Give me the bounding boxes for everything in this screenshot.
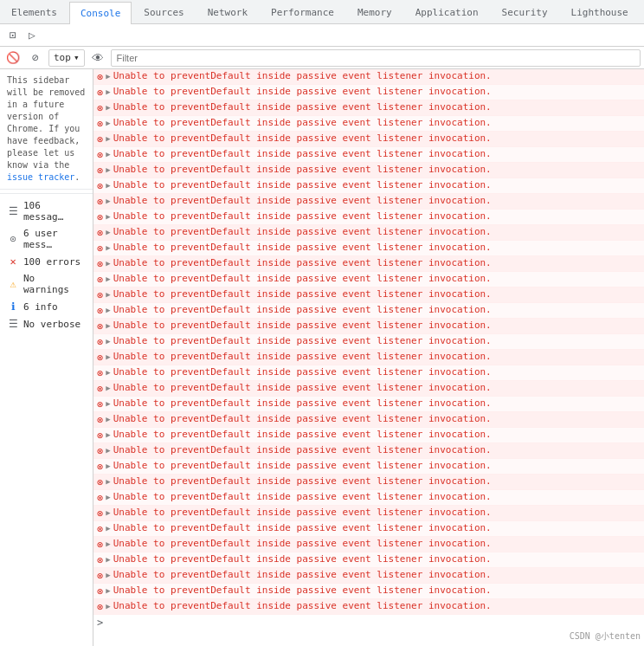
expand-arrow-icon[interactable]: ▶ xyxy=(106,134,110,143)
sidebar-item-errors[interactable]: ✕ 100 errors xyxy=(0,253,93,270)
tab-memory[interactable]: Memory xyxy=(346,1,403,23)
console-row[interactable]: ⊗ ▶ Unable to preventDefault inside pass… xyxy=(93,521,644,537)
expand-arrow-icon[interactable]: ▶ xyxy=(106,87,110,96)
console-row[interactable]: ⊗ ▶ Unable to preventDefault inside pass… xyxy=(93,163,644,178)
expand-arrow-icon[interactable]: ▶ xyxy=(106,571,110,579)
console-row[interactable]: ⊗ ▶ Unable to preventDefault inside pass… xyxy=(93,459,644,475)
sidebar-item-warnings[interactable]: ⚠ No warnings xyxy=(0,270,93,298)
console-area[interactable]: ⊗ ▶ Unable to preventDefault inside pass… xyxy=(93,69,644,646)
tab-performance[interactable]: Performance xyxy=(260,1,345,23)
expand-arrow-icon[interactable]: ▶ xyxy=(106,275,110,283)
sidebar-item-user[interactable]: ⊙ 6 user mess… xyxy=(0,225,93,253)
tab-application[interactable]: Application xyxy=(404,1,490,23)
console-row[interactable]: ⊗ ▶ Unable to preventDefault inside pass… xyxy=(93,287,644,303)
prompt-row[interactable]: > xyxy=(93,615,644,630)
console-row[interactable]: ⊗ ▶ Unable to preventDefault inside pass… xyxy=(93,412,644,428)
expand-arrow-icon[interactable]: ▶ xyxy=(106,321,110,330)
console-row[interactable]: ⊗ ▶ Unable to preventDefault inside pass… xyxy=(93,568,644,584)
error-icon: ⊗ xyxy=(97,274,103,286)
filter-input[interactable] xyxy=(111,49,641,67)
expand-arrow-icon[interactable]: ▶ xyxy=(106,72,110,81)
expand-arrow-icon[interactable]: ▶ xyxy=(106,165,110,174)
expand-arrow-icon[interactable]: ▶ xyxy=(106,602,110,610)
console-row[interactable]: ⊗ ▶ Unable to preventDefault inside pass… xyxy=(93,428,644,443)
console-row[interactable]: ⊗ ▶ Unable to preventDefault inside pass… xyxy=(93,319,644,334)
expand-arrow-icon[interactable]: ▶ xyxy=(106,508,110,517)
console-row[interactable]: ⊗ ▶ Unable to preventDefault inside pass… xyxy=(93,537,644,552)
expand-arrow-icon[interactable]: ▶ xyxy=(106,493,110,501)
console-row[interactable]: ⊗ ▶ Unable to preventDefault inside pass… xyxy=(93,334,644,350)
expand-arrow-icon[interactable]: ▶ xyxy=(106,150,110,158)
expand-arrow-icon[interactable]: ▶ xyxy=(106,228,110,236)
console-row[interactable]: ⊗ ▶ Unable to preventDefault inside pass… xyxy=(93,85,644,100)
expand-arrow-icon[interactable]: ▶ xyxy=(106,446,110,455)
expand-arrow-icon[interactable]: ▶ xyxy=(106,555,110,564)
expand-arrow-icon[interactable]: ▶ xyxy=(106,524,110,533)
console-row[interactable]: ⊗ ▶ Unable to preventDefault inside pass… xyxy=(93,241,644,256)
console-row[interactable]: ⊗ ▶ Unable to preventDefault inside pass… xyxy=(93,194,644,210)
tab-lighthouse[interactable]: Lighthouse xyxy=(560,1,640,23)
sidebar-item-info[interactable]: ℹ 6 info xyxy=(0,298,93,315)
expand-arrow-icon[interactable]: ▶ xyxy=(106,197,110,205)
top-context-button[interactable]: top ▾ xyxy=(48,49,85,67)
console-row[interactable]: ⊗ ▶ Unable to preventDefault inside pass… xyxy=(93,178,644,194)
expand-arrow-icon[interactable]: ▶ xyxy=(106,337,110,346)
console-row[interactable]: ⊗ ▶ Unable to preventDefault inside pass… xyxy=(93,132,644,147)
tab-sources[interactable]: Sources xyxy=(132,1,195,23)
tab-console[interactable]: Console xyxy=(69,2,132,24)
expand-arrow-icon[interactable]: ▶ xyxy=(106,243,110,252)
console-row[interactable]: ⊗ ▶ Unable to preventDefault inside pass… xyxy=(93,365,644,381)
expand-arrow-icon[interactable]: ▶ xyxy=(106,399,110,408)
console-row[interactable]: ⊗ ▶ Unable to preventDefault inside pass… xyxy=(93,116,644,132)
console-row[interactable]: ⊗ ▶ Unable to preventDefault inside pass… xyxy=(93,210,644,225)
clear-console-icon[interactable]: 🚫 xyxy=(3,48,23,68)
expand-arrow-icon[interactable]: ▶ xyxy=(106,462,110,470)
expand-arrow-icon[interactable]: ▶ xyxy=(106,119,110,127)
console-row[interactable]: ⊗ ▶ Unable to preventDefault inside pass… xyxy=(93,599,644,615)
expand-arrow-icon[interactable]: ▶ xyxy=(106,415,110,423)
expand-arrow-icon[interactable]: ▶ xyxy=(106,384,110,392)
console-row[interactable]: ⊗ ▶ Unable to preventDefault inside pass… xyxy=(93,147,644,163)
console-row[interactable]: ⊗ ▶ Unable to preventDefault inside pass… xyxy=(93,272,644,287)
eye-icon[interactable]: 👁 xyxy=(88,48,107,68)
expand-arrow-icon[interactable]: ▶ xyxy=(106,259,110,268)
expand-arrow-icon[interactable]: ▶ xyxy=(106,103,110,112)
expand-arrow-icon[interactable]: ▶ xyxy=(106,306,110,314)
console-row[interactable]: ⊗ ▶ Unable to preventDefault inside pass… xyxy=(93,552,644,568)
console-row[interactable]: ⊗ ▶ Unable to preventDefault inside pass… xyxy=(93,475,644,490)
devtools-icon-2[interactable]: ▷ xyxy=(23,26,42,45)
issue-tracker-link[interactable]: issue tracker xyxy=(7,172,74,182)
sidebar: This sidebar will be removed in a future… xyxy=(0,69,93,646)
expand-arrow-icon[interactable]: ▶ xyxy=(106,290,110,299)
tab-elements[interactable]: Elements xyxy=(0,1,68,23)
sidebar-item-all[interactable]: ☰ 106 messag… xyxy=(0,197,93,225)
console-row[interactable]: ⊗ ▶ Unable to preventDefault inside pass… xyxy=(93,350,644,365)
console-row[interactable]: ⊗ ▶ Unable to preventDefault inside pass… xyxy=(93,506,644,521)
expand-arrow-icon[interactable]: ▶ xyxy=(106,586,110,595)
console-row[interactable]: ⊗ ▶ Unable to preventDefault inside pass… xyxy=(93,397,644,412)
console-row[interactable]: ⊗ ▶ Unable to preventDefault inside pass… xyxy=(93,303,644,319)
tab-security[interactable]: Security xyxy=(491,1,559,23)
console-row[interactable]: ⊗ ▶ Unable to preventDefault inside pass… xyxy=(93,256,644,272)
console-message: Unable to preventDefault inside passive … xyxy=(113,195,492,206)
expand-arrow-icon[interactable]: ▶ xyxy=(106,430,110,439)
tab-network[interactable]: Network xyxy=(196,1,259,23)
devtools-icon-1[interactable]: ⊡ xyxy=(3,26,23,45)
expand-arrow-icon[interactable]: ▶ xyxy=(106,368,110,377)
console-row[interactable]: ⊗ ▶ Unable to preventDefault inside pass… xyxy=(93,69,644,85)
console-row[interactable]: ⊗ ▶ Unable to preventDefault inside pass… xyxy=(93,584,644,599)
expand-arrow-icon[interactable]: ▶ xyxy=(106,539,110,548)
error-icon: ⊗ xyxy=(97,585,103,598)
expand-arrow-icon[interactable]: ▶ xyxy=(106,212,110,221)
console-row[interactable]: ⊗ ▶ Unable to preventDefault inside pass… xyxy=(93,443,644,459)
expand-arrow-icon[interactable]: ▶ xyxy=(106,352,110,361)
console-row[interactable]: ⊗ ▶ Unable to preventDefault inside pass… xyxy=(93,381,644,397)
console-row[interactable]: ⊗ ▶ Unable to preventDefault inside pass… xyxy=(93,225,644,241)
console-message: Unable to preventDefault inside passive … xyxy=(113,320,492,331)
filter-icon[interactable]: ⊘ xyxy=(26,48,45,68)
expand-arrow-icon[interactable]: ▶ xyxy=(106,181,110,190)
expand-arrow-icon[interactable]: ▶ xyxy=(106,477,110,486)
console-row[interactable]: ⊗ ▶ Unable to preventDefault inside pass… xyxy=(93,490,644,506)
console-row[interactable]: ⊗ ▶ Unable to preventDefault inside pass… xyxy=(93,100,644,116)
sidebar-item-verbose[interactable]: ☰ No verbose xyxy=(0,315,93,333)
